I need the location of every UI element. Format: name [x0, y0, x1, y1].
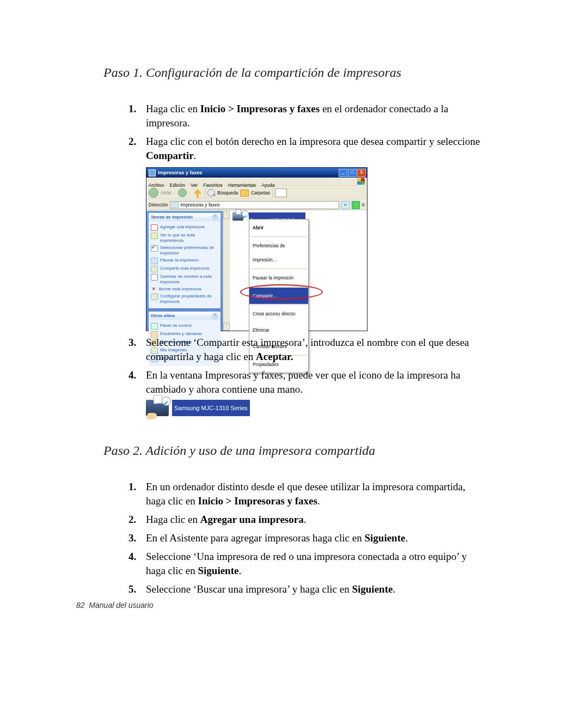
section2-list: 1. En un ordenador distinto desde el que…: [103, 480, 485, 596]
control-panel-icon: [151, 323, 158, 330]
scrollbar[interactable]: ˆ ˇ: [223, 211, 230, 331]
address-input[interactable]: Impresoras y faxes: [170, 201, 339, 209]
text: Seleccione ‘Una impresora de red o una i…: [146, 551, 467, 576]
s1-step-3: 3. Seleccione ‘Compartir esta impresora’…: [146, 336, 485, 364]
separator: [250, 269, 307, 269]
scroll-down-icon[interactable]: ˇ: [223, 322, 230, 331]
pause-icon: [151, 258, 158, 264]
text-bold: Inicio > Impresoras y faxes: [200, 103, 320, 114]
text: Haga clic en: [146, 103, 200, 114]
s1-step-4: 4. En la ventana Impresoras y faxes, pue…: [146, 368, 485, 416]
share-hand-icon: [147, 413, 157, 419]
chevron-up-icon[interactable]: ˆ: [212, 313, 218, 319]
task-share[interactable]: Compartir esta impresora: [151, 265, 218, 273]
ctx-pausar[interactable]: Pausar la impresión: [249, 270, 308, 286]
task-pause[interactable]: Pausar la impresión: [151, 257, 218, 265]
s2-step-2: 2. Haga clic en Agregar una impresora.: [146, 513, 485, 527]
panel-title: Otros sitios: [151, 309, 175, 323]
separator: [250, 287, 307, 287]
ctx-preferencias[interactable]: Preferencias de impresión…: [249, 237, 308, 268]
task-label: Pausar la impresión: [160, 258, 199, 263]
task-label: Cambiar de nombre a estaimpresora: [160, 274, 212, 285]
go-button[interactable]: →: [352, 201, 360, 209]
text-bold: Siguiente: [352, 583, 393, 595]
ctx-abrir[interactable]: Abrir: [249, 220, 308, 236]
close-button[interactable]: X: [357, 169, 366, 177]
check-icon: [151, 245, 158, 252]
default-check-icon: [242, 210, 249, 217]
ctx-compartir[interactable]: Compartir…: [249, 288, 308, 304]
s2-step-3: 3. En el Asistente para agregar impresor…: [146, 531, 485, 545]
text: .: [194, 150, 197, 161]
text: Seleccione ‘Compartir esta impresora’, i…: [146, 337, 469, 362]
text: Seleccione ‘Buscar una impresora’ y haga…: [146, 583, 352, 595]
s2-step-5: 5. Seleccione ‘Buscar una impresora’ y h…: [146, 582, 485, 596]
toolbar: Atrás · · Búsqueda Carpetas: [146, 186, 367, 199]
section2-title: Paso 2. Adición y uso de una impresora c…: [103, 443, 485, 458]
views-icon[interactable]: [275, 188, 287, 197]
text-bold: Siguiente: [364, 532, 405, 544]
document-icon: [151, 233, 158, 239]
text-bold: Agregar una impresora: [200, 514, 304, 525]
manual-page: Paso 1. Configuración de la compartición…: [0, 0, 588, 713]
delete-icon: ✕: [151, 287, 157, 292]
task-label: Panel de control: [160, 323, 192, 328]
search-icon[interactable]: [207, 189, 215, 197]
maximize-button[interactable]: □: [348, 169, 357, 177]
text-bold: Compartir: [146, 150, 194, 161]
task-label: Ver lo que se está imprimiendo: [160, 233, 218, 243]
titlebar[interactable]: Impresoras y faxes _ □ X: [146, 168, 367, 178]
task-label: Configurar propiedades deimpresora: [160, 294, 212, 304]
folders-icon[interactable]: [240, 190, 249, 197]
screenshot-printers-and-faxes: Impresoras y faxes _ □ X Archivo Edición…: [146, 167, 485, 331]
menu-herramientas[interactable]: Herramientas: [228, 182, 256, 188]
address-dropdown[interactable]: v: [341, 201, 350, 209]
menu-ayuda[interactable]: Ayuda: [262, 182, 275, 188]
back-icon[interactable]: [149, 188, 158, 198]
add-printer-icon: [151, 224, 158, 231]
list-number: 3.: [128, 531, 136, 545]
separator: [272, 188, 273, 198]
folder-view[interactable]: Samsung MJC-1310 Series Abrir Preferenci…: [230, 211, 367, 331]
page-number: 82: [76, 601, 85, 610]
windows-flag-icon: [357, 178, 365, 185]
forward-icon[interactable]: [178, 188, 187, 197]
task-see-jobs[interactable]: Ver lo que se está imprimiendo: [151, 231, 218, 244]
scroll-track[interactable]: [223, 219, 230, 322]
text: .: [405, 532, 408, 544]
go-label: Ir: [362, 198, 365, 212]
separator: [250, 236, 307, 237]
list-number: 1.: [128, 102, 136, 116]
task-properties[interactable]: Configurar propiedades deimpresora: [151, 292, 218, 305]
ctx-acceso-directo[interactable]: Crear acceso directo: [249, 306, 308, 322]
text-bold: Inicio > Impresoras y faxes: [198, 495, 317, 507]
task-preferences[interactable]: Seleccionar preferencias deimpresión: [151, 244, 218, 257]
task-add-printer[interactable]: Agregar una impresora: [151, 223, 218, 231]
menu-ver[interactable]: Ver: [191, 182, 198, 188]
task-label: Compartir esta impresora: [160, 266, 209, 271]
window-body: Tareas de impresión ˆ Agregar una impres…: [146, 210, 367, 331]
menu-archivo[interactable]: Archivo: [149, 182, 164, 188]
panel-header[interactable]: Tareas de impresión ˆ: [149, 213, 220, 221]
chevron-up-icon[interactable]: ˆ: [212, 214, 218, 221]
menu-edicion[interactable]: Edición: [170, 182, 185, 188]
tasks-panel: Tareas de impresión ˆ Agregar una impres…: [149, 213, 220, 308]
rename-icon: [151, 274, 158, 281]
printer-name-selected: Samsung MJC-1310 Series: [172, 400, 250, 416]
link-control-panel[interactable]: Panel de control: [151, 322, 218, 330]
task-rename[interactable]: Cambiar de nombre a estaimpresora: [151, 273, 218, 285]
text: Haga clic con el botón derecho en la imp…: [146, 136, 480, 147]
printers-icon: [171, 202, 179, 208]
address-bar: Dirección Impresoras y faxes v → Ir: [146, 199, 367, 210]
up-folder-icon[interactable]: [193, 188, 203, 198]
s2-step-4: 4. Seleccione ‘Una impresora de red o un…: [146, 550, 485, 578]
list-number: 4.: [128, 550, 136, 564]
panel-header[interactable]: Otros sitios ˆ: [149, 312, 220, 320]
minimize-button[interactable]: _: [339, 169, 347, 177]
default-check-icon: [162, 397, 171, 406]
scroll-up-icon[interactable]: ˆ: [223, 211, 230, 219]
menu-favoritos[interactable]: Favoritos: [204, 182, 223, 188]
printers-icon: [149, 169, 156, 176]
list-number: 2.: [128, 135, 136, 149]
task-delete[interactable]: ✕Borrar esta impresora: [151, 285, 218, 292]
